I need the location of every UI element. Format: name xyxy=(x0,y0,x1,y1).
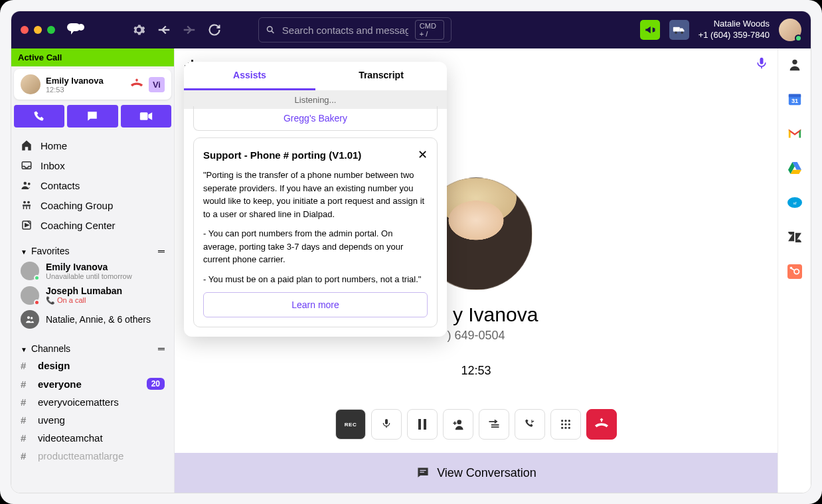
svg-point-3 xyxy=(675,32,677,34)
learn-more-button[interactable]: Learn more xyxy=(203,292,428,317)
refresh-icon[interactable] xyxy=(206,23,222,37)
search-bar[interactable]: CMD + / xyxy=(258,17,452,42)
svg-text:31: 31 xyxy=(791,98,797,104)
search-input[interactable] xyxy=(282,25,408,36)
drag-handle-icon[interactable]: ═ xyxy=(158,246,165,256)
drive-icon[interactable] xyxy=(787,160,803,176)
back-icon[interactable] xyxy=(156,23,172,37)
svg-rect-18 xyxy=(760,58,764,64)
svg-rect-21 xyxy=(424,419,426,430)
nav-coaching-group[interactable]: Coaching Group xyxy=(11,195,174,215)
channel-productteamatlarge[interactable]: #productteamatlarge xyxy=(11,447,174,465)
phone-action[interactable] xyxy=(14,105,64,127)
assist-panel: Assists Transcript Listening... Gregg's … xyxy=(184,62,447,337)
chat-icon xyxy=(416,465,430,480)
svg-point-9 xyxy=(23,201,26,204)
channel-everyvoicematters[interactable]: #everyvoicematters xyxy=(11,393,174,411)
message-action[interactable] xyxy=(67,105,118,127)
truck-button[interactable] xyxy=(669,20,689,40)
channel-design[interactable]: #design xyxy=(11,357,174,375)
mic-icon[interactable] xyxy=(755,56,768,70)
svg-point-13 xyxy=(27,316,30,319)
zendesk-icon[interactable] xyxy=(787,229,803,245)
favorite-item[interactable]: Emily IvanovaUnavailable until tomorrow xyxy=(11,259,174,283)
favorites-header[interactable]: ▼Favorites ═ xyxy=(11,240,174,259)
svg-point-0 xyxy=(78,24,84,31)
previous-assist-card[interactable]: Gregg's Bakery xyxy=(193,106,438,131)
inbox-icon xyxy=(21,159,33,171)
unread-badge: 20 xyxy=(147,378,165,390)
announce-button[interactable] xyxy=(640,20,660,40)
presence-indicator xyxy=(795,35,802,42)
svg-rect-5 xyxy=(140,112,148,120)
active-call-card[interactable]: Emily Ivanova 12:53 Vi xyxy=(14,69,171,100)
channel-everyone[interactable]: #everyone20 xyxy=(11,375,174,393)
coaching-center-icon xyxy=(21,219,33,231)
search-icon xyxy=(266,23,276,37)
svg-point-31 xyxy=(568,427,570,429)
add-person-button[interactable] xyxy=(443,409,473,440)
assist-text-2: - You can port numbers from the admin po… xyxy=(203,227,428,266)
view-conversation-button[interactable]: View Conversation xyxy=(175,453,778,493)
tab-transcript[interactable]: Transcript xyxy=(315,62,447,90)
call-options-button[interactable] xyxy=(515,409,545,440)
assist-card-title: Support - Phone # porting (V1.01) xyxy=(203,149,361,161)
user-name: Natalie Woods xyxy=(699,19,770,30)
svg-rect-2 xyxy=(673,27,679,32)
assist-card: Support - Phone # porting (V1.01) ✕ "Por… xyxy=(193,137,438,327)
main-area: Emily Ivanova ) 649-0504 12:53 REC View … xyxy=(175,48,778,493)
search-shortcut: CMD + / xyxy=(415,20,444,40)
channels-header[interactable]: ▼Channels ═ xyxy=(11,338,174,357)
hash-icon: # xyxy=(21,432,30,444)
contacts-icon xyxy=(21,179,33,191)
drag-handle-icon[interactable]: ═ xyxy=(158,343,165,354)
group-item[interactable]: Natalie, Annie, & 6 others xyxy=(11,307,174,331)
salesforce-icon[interactable]: sf xyxy=(787,195,803,210)
assist-text-1: "Porting is the transfer of a phone numb… xyxy=(203,169,428,220)
hash-icon: # xyxy=(21,450,30,462)
favorite-item[interactable]: Joseph Lumaban📞 On a call xyxy=(11,283,174,307)
nav-coaching-center[interactable]: Coaching Center xyxy=(11,215,174,235)
svg-point-29 xyxy=(561,427,563,429)
maximize-window[interactable] xyxy=(47,26,55,34)
coaching-group-icon xyxy=(21,199,33,211)
hash-icon: # xyxy=(21,360,30,371)
vi-badge[interactable]: Vi xyxy=(149,77,165,92)
call-action-row xyxy=(11,102,174,130)
close-window[interactable] xyxy=(21,26,29,34)
svg-point-27 xyxy=(564,423,566,425)
transfer-button[interactable] xyxy=(479,409,509,440)
calendar-icon[interactable]: 31 xyxy=(787,91,803,107)
forward-icon xyxy=(181,23,197,37)
avatar xyxy=(21,262,39,280)
tab-assists[interactable]: Assists xyxy=(184,62,315,90)
hold-button[interactable] xyxy=(407,409,438,440)
hangup-button[interactable] xyxy=(586,409,617,440)
profile-icon[interactable] xyxy=(787,56,803,72)
hash-icon: # xyxy=(21,378,30,390)
sidebar: Active Call Emily Ivanova 12:53 Vi HomeI… xyxy=(11,48,175,493)
hangup-icon[interactable] xyxy=(130,78,143,91)
settings-icon[interactable] xyxy=(131,23,147,37)
channel-uveng[interactable]: #uveng xyxy=(11,411,174,429)
channel-videoteamchat[interactable]: #videoteamchat xyxy=(11,429,174,447)
gmail-icon[interactable] xyxy=(787,126,803,141)
right-rail: 31 sf xyxy=(778,48,811,493)
window-controls xyxy=(21,26,55,34)
nav-contacts[interactable]: Contacts xyxy=(11,175,174,195)
video-action[interactable] xyxy=(121,105,171,127)
svg-point-32 xyxy=(792,60,797,64)
current-user[interactable]: Natalie Woods +1 (604) 359-7840 xyxy=(699,19,770,41)
user-avatar[interactable] xyxy=(779,19,801,41)
minimize-window[interactable] xyxy=(34,26,42,34)
mute-button[interactable] xyxy=(371,409,402,440)
svg-rect-19 xyxy=(385,419,388,424)
app-logo xyxy=(67,23,86,37)
nav-home[interactable]: Home xyxy=(11,135,174,155)
call-time: 12:53 xyxy=(46,86,125,94)
nav-inbox[interactable]: Inbox xyxy=(11,155,174,175)
close-icon[interactable]: ✕ xyxy=(418,147,428,162)
dialpad-button[interactable] xyxy=(550,409,581,440)
record-button[interactable]: REC xyxy=(335,409,366,440)
hubspot-icon[interactable] xyxy=(787,264,803,280)
